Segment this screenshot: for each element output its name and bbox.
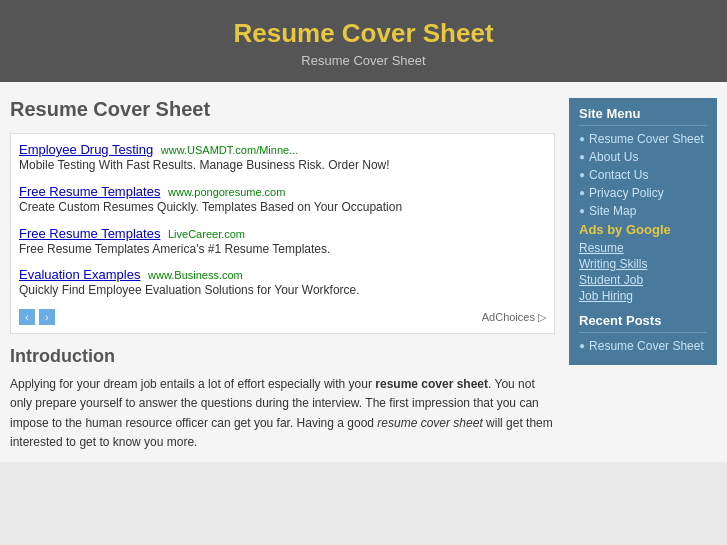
sidebar-link-site-map[interactable]: Site Map — [589, 204, 636, 218]
intro-heading: Introduction — [10, 346, 555, 367]
ad-desc-1: Mobile Testing With Fast Results. Manage… — [19, 157, 546, 174]
ad-url-1: www.USAMDT.com/Minne... — [161, 144, 299, 156]
recent-post-link-1[interactable]: Resume Cover Sheet — [589, 339, 704, 353]
sidebar-item-privacy-policy[interactable]: ● Privacy Policy — [579, 186, 707, 200]
sidebar-ad-link-hiring[interactable]: Job Hiring — [579, 289, 707, 303]
ad-prev-button[interactable]: ‹ — [19, 309, 35, 325]
site-title: Resume Cover Sheet — [10, 18, 717, 49]
intro-paragraph: Applying for your dream job entails a lo… — [10, 375, 555, 452]
ad-item-4: Evaluation Examples www.Business.com Qui… — [19, 267, 546, 299]
ad-navigation: ‹ › AdChoices ▷ — [19, 309, 546, 325]
recent-post-item-1[interactable]: ● Resume Cover Sheet — [579, 339, 707, 353]
ad-link-3[interactable]: Free Resume Templates — [19, 226, 160, 241]
intro-bold-1: resume cover sheet — [375, 377, 488, 391]
sidebar-ads-title: Ads by Google — [579, 222, 707, 237]
bullet-icon-3: ● — [579, 169, 585, 180]
ad-item-3: Free Resume Templates LiveCareer.com Fre… — [19, 226, 546, 258]
sidebar-menu-box: Site Menu ● Resume Cover Sheet ● About U… — [569, 98, 717, 365]
sidebar-item-contact-us[interactable]: ● Contact Us — [579, 168, 707, 182]
sidebar-item-resume-cover-sheet[interactable]: ● Resume Cover Sheet — [579, 132, 707, 146]
sidebar-item-site-map[interactable]: ● Site Map — [579, 204, 707, 218]
ad-block: Employee Drug Testing www.USAMDT.com/Min… — [10, 133, 555, 334]
sidebar-link-about-us[interactable]: About Us — [589, 150, 638, 164]
ad-desc-3: Free Resume Templates America's #1 Resum… — [19, 241, 546, 258]
page-heading: Resume Cover Sheet — [10, 98, 555, 121]
sidebar: Site Menu ● Resume Cover Sheet ● About U… — [569, 98, 717, 452]
sidebar-link-contact-us[interactable]: Contact Us — [589, 168, 648, 182]
sidebar-link-resume-cover-sheet[interactable]: Resume Cover Sheet — [589, 132, 704, 146]
main-content: Resume Cover Sheet Employee Drug Testing… — [10, 98, 555, 452]
ad-item-1: Employee Drug Testing www.USAMDT.com/Min… — [19, 142, 546, 174]
sidebar-menu-title: Site Menu — [579, 106, 707, 126]
ad-url-4: www.Business.com — [148, 269, 243, 281]
ad-desc-2: Create Custom Resumes Quickly. Templates… — [19, 199, 546, 216]
sidebar-item-about-us[interactable]: ● About Us — [579, 150, 707, 164]
sidebar-ad-link-writing[interactable]: Writing Skills — [579, 257, 707, 271]
bullet-icon-5: ● — [579, 205, 585, 216]
ad-choices-label: AdChoices ▷ — [482, 311, 546, 324]
sidebar-ad-link-resume[interactable]: Resume — [579, 241, 707, 255]
ad-next-button[interactable]: › — [39, 309, 55, 325]
ad-link-4[interactable]: Evaluation Examples — [19, 267, 140, 282]
page-wrapper: Resume Cover Sheet Employee Drug Testing… — [0, 82, 727, 462]
sidebar-link-privacy-policy[interactable]: Privacy Policy — [589, 186, 664, 200]
site-subtitle: Resume Cover Sheet — [10, 53, 717, 68]
site-header: Resume Cover Sheet Resume Cover Sheet — [0, 0, 727, 82]
ad-desc-4: Quickly Find Employee Evaluation Solutio… — [19, 282, 546, 299]
intro-text-1: Applying for your dream job entails a lo… — [10, 377, 375, 391]
bullet-icon-4: ● — [579, 187, 585, 198]
bullet-icon-1: ● — [579, 133, 585, 144]
bullet-icon-recent-1: ● — [579, 340, 585, 351]
bullet-icon-2: ● — [579, 151, 585, 162]
ad-url-3: LiveCareer.com — [168, 228, 245, 240]
ad-item-2: Free Resume Templates www.pongoresume.co… — [19, 184, 546, 216]
intro-italic: resume cover sheet — [377, 416, 482, 430]
ad-url-2: www.pongoresume.com — [168, 186, 285, 198]
ad-link-1[interactable]: Employee Drug Testing — [19, 142, 153, 157]
sidebar-ad-link-student[interactable]: Student Job — [579, 273, 707, 287]
ad-link-2[interactable]: Free Resume Templates — [19, 184, 160, 199]
recent-posts-title: Recent Posts — [579, 313, 707, 333]
